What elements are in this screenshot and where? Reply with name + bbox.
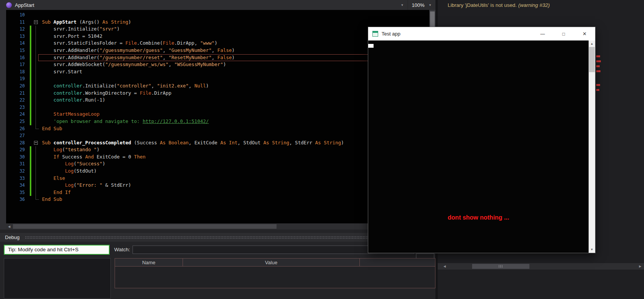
scrollbar-grip-icon: [499, 265, 503, 268]
line-number[interactable]: 35: [6, 189, 30, 196]
zoom-value: 100%: [412, 2, 424, 8]
line-number[interactable]: 31: [6, 160, 30, 168]
scrollbar-thumb[interactable]: [472, 264, 529, 269]
line-number[interactable]: 14: [6, 40, 30, 47]
code-line-20[interactable]: 20 controller.Initialize("controller", "…: [6, 82, 429, 90]
line-number[interactable]: 36: [6, 196, 30, 203]
scroll-down-icon[interactable]: ▼: [589, 246, 595, 253]
line-number[interactable]: 25: [6, 118, 30, 125]
code-line-21[interactable]: 21 controller.WorkingDirectory = File.Di…: [6, 90, 429, 97]
watch-grid-header-value[interactable]: Value: [183, 259, 360, 266]
line-number[interactable]: 18: [6, 68, 30, 76]
line-number[interactable]: 34: [6, 182, 30, 189]
maximize-button[interactable]: □: [553, 27, 574, 40]
line-number[interactable]: 29: [6, 146, 30, 154]
watch-grid-header-name[interactable]: Name: [115, 259, 183, 266]
scroll-left-icon[interactable]: ◀: [442, 263, 448, 270]
code-line-35[interactable]: 35 End If: [6, 189, 429, 196]
code-line-33[interactable]: 33 Else: [6, 175, 429, 182]
code-line-31[interactable]: 31 Log("Success"): [6, 160, 429, 168]
test-app-icon: [372, 31, 378, 37]
module-icon: [6, 2, 12, 8]
close-icon: ✕: [583, 31, 587, 37]
breakpoint-margin[interactable]: [0, 10, 6, 230]
fold-collapse-icon[interactable]: [34, 20, 38, 24]
code-line-29[interactable]: 29 Log("testando "): [6, 146, 429, 154]
scrollbar-thumb[interactable]: [589, 47, 595, 72]
fold-collapse-icon[interactable]: [34, 141, 38, 145]
minimize-icon: —: [540, 31, 545, 37]
app-vertical-scrollbar[interactable]: ▲ ▼: [589, 40, 595, 253]
fold-margin: [32, 132, 42, 139]
maximize-icon: □: [562, 31, 565, 37]
code-line-26[interactable]: 26End Sub: [6, 125, 429, 133]
line-number[interactable]: 22: [6, 97, 30, 104]
fold-margin: [32, 19, 42, 26]
code-line-34[interactable]: 34 Log("Error: " & StdErr): [6, 182, 429, 189]
line-number[interactable]: 21: [6, 90, 30, 97]
scroll-up-icon[interactable]: ▲: [589, 40, 595, 47]
comment-link[interactable]: http://127.0.0.1:51042/: [142, 118, 209, 124]
code-line-25[interactable]: 25 'open browser and navigate to: http:/…: [6, 118, 429, 125]
line-number[interactable]: 15: [6, 47, 30, 54]
code-line-28[interactable]: 28Sub controller_ProcessCompleted (Succe…: [6, 139, 429, 147]
line-number[interactable]: 32: [6, 168, 30, 175]
line-number[interactable]: 17: [6, 61, 30, 68]
logs-horizontal-scrollbar[interactable]: ◀ ▶: [438, 263, 644, 270]
tip-banner: Tip: Modify code and hit Ctrl+S: [4, 245, 110, 255]
line-number[interactable]: 23: [6, 104, 30, 111]
code-line-16[interactable]: 16 srvr.AddHandler("/guessmynumber/reset…: [6, 54, 429, 61]
line-number[interactable]: 20: [6, 82, 30, 90]
code-line-22[interactable]: 22 controller.Run(-1): [6, 97, 429, 104]
code-line-13[interactable]: 13 srvr.Port = 51042: [6, 33, 429, 40]
code-line-23[interactable]: 23: [6, 104, 429, 111]
scroll-right-icon[interactable]: ▶: [637, 263, 643, 270]
code-line-24[interactable]: 24 StartMessageLoop: [6, 111, 429, 118]
scrollbar-thumb[interactable]: [13, 224, 277, 229]
line-number[interactable]: 10: [6, 11, 30, 19]
warning-text: Library 'jDateUtils' is not used.: [448, 2, 517, 8]
code-line-10[interactable]: 10: [6, 11, 429, 19]
watch-grid-body[interactable]: [115, 267, 435, 288]
module-selector-combo[interactable]: AppStart ▼: [0, 0, 408, 10]
code-line-15[interactable]: 15 srvr.AddHandler("/guessmynumber/guess…: [6, 47, 429, 54]
log-warning-entry[interactable]: Library 'jDateUtils' is not used.(warnin…: [448, 2, 550, 8]
warning-tag: (warning #32): [518, 2, 550, 8]
clipped-error-log: [596, 60, 601, 62]
line-number[interactable]: 13: [6, 33, 30, 40]
minimize-button[interactable]: —: [532, 27, 553, 40]
zoom-selector-combo[interactable]: 100% ▼: [408, 0, 435, 10]
editor-horizontal-scrollbar[interactable]: ◀ ▶: [6, 223, 429, 230]
line-number[interactable]: 24: [6, 111, 30, 118]
code-line-14[interactable]: 14 srvr.StaticFilesFolder = File.Combine…: [6, 40, 429, 47]
fold-margin: [32, 54, 42, 61]
watch-grid-header-extra[interactable]: [360, 259, 435, 266]
code-line-12[interactable]: 12 srvr.Initialize("srvr"): [6, 26, 429, 33]
fold-margin: [32, 104, 42, 111]
test-app-titlebar[interactable]: Test app — □ ✕: [368, 27, 595, 40]
code-line-32[interactable]: 32 Log(StdOut): [6, 168, 429, 175]
line-number[interactable]: 28: [6, 139, 30, 147]
line-number[interactable]: 11: [6, 19, 30, 26]
fold-margin: [32, 61, 42, 68]
code-line-27[interactable]: 27: [6, 132, 429, 139]
line-number[interactable]: 19: [6, 75, 30, 82]
code-line-11[interactable]: 11Sub AppStart (Args() As String): [6, 19, 429, 26]
app-message: dont show nothing ...: [368, 214, 589, 221]
close-button[interactable]: ✕: [574, 27, 595, 40]
line-number[interactable]: 27: [6, 132, 30, 139]
scroll-left-icon[interactable]: ◀: [6, 223, 12, 230]
code-line-17[interactable]: 17 srvr.AddWebSocket("/guessmynumber_ws/…: [6, 61, 429, 68]
code-editor[interactable]: 1011Sub AppStart (Args() As String)12 sr…: [6, 10, 429, 223]
line-number[interactable]: 12: [6, 26, 30, 33]
clipped-error-log: [596, 65, 600, 67]
fold-margin: [32, 11, 42, 19]
line-number[interactable]: 33: [6, 175, 30, 182]
line-number[interactable]: 30: [6, 154, 30, 161]
code-line-18[interactable]: 18 srvr.Start: [6, 68, 429, 76]
line-number[interactable]: 16: [6, 54, 30, 61]
code-line-30[interactable]: 30 If Success And ExitCode = 0 Then: [6, 154, 429, 161]
code-line-19[interactable]: 19: [6, 75, 429, 82]
line-number[interactable]: 26: [6, 125, 30, 133]
code-line-36[interactable]: 36End Sub: [6, 196, 429, 203]
